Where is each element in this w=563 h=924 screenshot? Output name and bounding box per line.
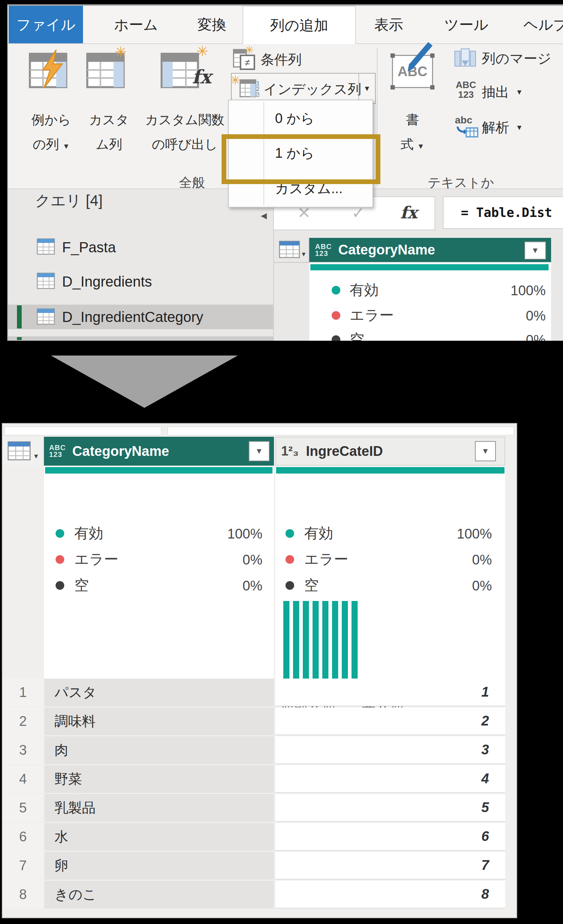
query-item-d-ingredients[interactable]: D_Ingredients: [8, 270, 273, 293]
tab-help[interactable]: ヘルプ: [520, 6, 563, 44]
extract-button[interactable]: ABC 123 抽出 ▼: [454, 80, 562, 105]
sparkle-icon: ✳: [245, 43, 254, 57]
quality-valid-value: 100%: [170, 526, 262, 542]
valid-dot-icon: [332, 286, 340, 294]
formula-text: = Table.Dist: [461, 206, 552, 220]
tab-home[interactable]: ホーム: [109, 6, 163, 44]
tab-view[interactable]: 表示: [365, 6, 412, 44]
quality-panel-categoryname: 有効 100% エラー 0% 空 0%: [44, 466, 274, 679]
row-number[interactable]: 8: [3, 880, 43, 909]
cell-ingrecateid[interactable]: 8: [276, 880, 505, 909]
formula-input[interactable]: = Table.Dist: [443, 196, 563, 229]
button-label: カスタム関数: [138, 111, 232, 129]
error-dot-icon: [55, 555, 64, 564]
quality-valid-row: 有効: [286, 524, 333, 543]
button-label: の列 ▼: [22, 136, 80, 153]
row-number[interactable]: 6: [3, 823, 43, 851]
sparkle-icon: ✳: [196, 44, 209, 58]
power-query-ribbon-screenshot: ファイル ホーム 変換 列の追加 表示 ツール ヘルプ 例か: [7, 4, 563, 341]
collapse-pane-icon[interactable]: ◄: [259, 210, 269, 222]
column-header-categoryname[interactable]: ABC 123 CategoryName ▼: [44, 437, 274, 466]
row-number[interactable]: 3: [3, 736, 43, 764]
sparkle-icon: ✳: [115, 45, 127, 59]
column-filter-button[interactable]: ▼: [524, 242, 546, 260]
cell-categoryname[interactable]: きのこ: [44, 880, 274, 909]
cell-ingrecateid[interactable]: 4: [276, 765, 505, 793]
button-label: 例から: [22, 111, 80, 129]
chevron-down-icon: ▼: [516, 88, 523, 96]
column-header-categoryname[interactable]: ABC 123 CategoryName ▼: [309, 238, 551, 262]
cell-categoryname[interactable]: 野菜: [44, 765, 274, 793]
cell-ingrecateid[interactable]: 1: [276, 679, 505, 706]
cell-categoryname[interactable]: 卵: [44, 852, 274, 880]
custom-column-button[interactable]: ✳ カスタ ム列: [80, 44, 138, 159]
cell-ingrecateid[interactable]: 7: [276, 852, 505, 880]
quality-bar: [310, 264, 548, 270]
chevron-down-icon: ▼: [417, 142, 424, 150]
button-label: カスタ: [80, 111, 138, 129]
column-header-ingrecateid[interactable]: 1²₃ IngreCateID ▼: [276, 437, 505, 466]
parse-button[interactable]: abc 解析 ▼: [454, 113, 562, 141]
cell-ingrecateid[interactable]: 5: [276, 794, 505, 822]
tab-tools[interactable]: ツール: [441, 6, 491, 44]
cell-categoryname[interactable]: 肉: [44, 736, 274, 764]
table-select-corner[interactable]: ▼: [274, 238, 309, 263]
svg-text:≠: ≠: [245, 57, 250, 68]
tab-add-column[interactable]: 列の追加: [243, 6, 356, 44]
button-label: 解析: [482, 118, 509, 137]
fx-icon[interactable]: fx: [400, 203, 417, 222]
quality-error-row: エラー: [55, 549, 118, 569]
format-button[interactable]: ABC 書 式 ▼: [391, 44, 434, 159]
quality-error-value: 0%: [400, 552, 492, 568]
invoke-custom-function-button[interactable]: ✳ fx カスタム関数 の呼び出し: [138, 44, 232, 159]
tab-transform[interactable]: 変換: [189, 6, 235, 44]
quality-error-value: 0%: [170, 552, 262, 568]
column-filter-button[interactable]: ▼: [249, 441, 270, 461]
empty-dot-icon: [332, 335, 340, 341]
conditional-column-button[interactable]: ≠ ✳ 条件列: [232, 46, 334, 73]
pencil-icon: [403, 39, 435, 72]
menu-item-from-0[interactable]: 0 から: [229, 101, 373, 136]
cell-ingrecateid[interactable]: 2: [276, 707, 505, 735]
table-select-corner[interactable]: ▼: [3, 437, 44, 466]
cell-ingrecateid[interactable]: 3: [276, 736, 505, 764]
editor-main-area: クエリ [4] ◄ F_Pasta: [8, 189, 563, 341]
abc123-icon: ABC 123: [454, 80, 478, 100]
row-number[interactable]: 1: [3, 679, 43, 706]
svg-text:3: 3: [256, 92, 259, 98]
row-number[interactable]: 2: [3, 707, 43, 735]
button-label: 書: [391, 111, 434, 129]
cell-categoryname[interactable]: パスタ: [44, 679, 274, 706]
row-number[interactable]: 4: [3, 765, 43, 793]
query-item-f-pasta[interactable]: F_Pasta: [8, 236, 273, 258]
quality-empty-row: 空: [286, 575, 319, 595]
fx-icon: fx: [192, 66, 211, 88]
quality-empty-value: 0%: [170, 578, 262, 594]
quality-valid-row: 有効: [332, 280, 379, 300]
chevron-down-icon: ▼: [255, 447, 263, 456]
merge-columns-button[interactable]: 列のマージ: [454, 46, 562, 71]
quality-valid-value: 100%: [454, 283, 546, 298]
query-item-d-ingredientcategory[interactable]: D_IngredientCategory: [8, 304, 273, 329]
quality-valid-value: 100%: [400, 526, 492, 542]
cell-categoryname[interactable]: 乳製品: [44, 794, 274, 822]
quality-empty-value: 0%: [454, 332, 546, 341]
tab-file[interactable]: ファイル: [9, 6, 83, 44]
index-column-dropdown-caret[interactable]: ▼: [358, 74, 375, 103]
column-from-examples-button[interactable]: 例から の列 ▼: [22, 44, 80, 159]
table-lightning-icon: [29, 49, 69, 89]
column-quality-panel: 有効 100% エラー 0% 空 0%: [309, 263, 551, 341]
ribbon-tab-bar: ファイル ホーム 変換 列の追加 表示 ツール ヘルプ: [8, 6, 563, 44]
cell-ingrecateid[interactable]: 6: [276, 823, 505, 851]
chevron-down-icon: ▼: [301, 251, 307, 258]
row-number[interactable]: 5: [3, 794, 43, 822]
button-label: 式 ▼: [391, 136, 434, 153]
toolbar-sliver: [168, 427, 514, 435]
column-filter-button[interactable]: ▼: [475, 441, 496, 461]
button-label: インデックス列: [264, 80, 361, 99]
chevron-down-icon: ▼: [364, 84, 371, 93]
selected-query-indicator: [17, 305, 22, 328]
cell-categoryname[interactable]: 調味料: [44, 707, 274, 735]
row-number[interactable]: 7: [3, 852, 43, 880]
cell-categoryname[interactable]: 水: [44, 823, 274, 851]
